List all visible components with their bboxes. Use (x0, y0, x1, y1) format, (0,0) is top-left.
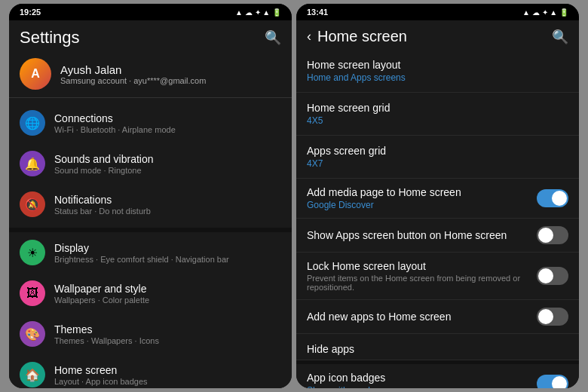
toggle-knob (538, 309, 553, 324)
home-settings-list: Home screen layout Home and Apps screens… (296, 50, 579, 388)
toggle-knob (552, 376, 567, 388)
settings-group-1: 🌐 Connections Wi-Fi · Bluetooth · Airpla… (9, 103, 292, 225)
add-new-apps-item[interactable]: Add new apps to Home screen (296, 300, 579, 334)
left-status-bar: 19:25 ▲ ☁ ✦ ▲ 🔋 (9, 4, 292, 20)
display-icon: ☀ (20, 240, 45, 265)
show-apps-text: Show Apps screen button on Home screen (307, 229, 537, 241)
toggle-knob (552, 191, 567, 206)
connections-icon: 🌐 (20, 110, 45, 136)
add-new-apps-text: Add new apps to Home screen (307, 311, 537, 323)
apps-screen-grid-item[interactable]: Apps screen grid 4X7 (296, 136, 579, 179)
settings-group-2: ☀ Display Brightness · Eye comfort shiel… (9, 232, 292, 388)
right-screen-title: Home screen (317, 28, 552, 45)
profile-name: Ayush Jalan (60, 63, 206, 76)
right-phone: 13:41 ▲ ☁ ✦ ▲ 🔋 ‹ Home screen 🔍 Home scr… (296, 4, 579, 388)
setting-connections[interactable]: 🌐 Connections Wi-Fi · Bluetooth · Airpla… (9, 103, 292, 143)
add-media-page-item[interactable]: Add media page to Home screen Google Dis… (296, 179, 579, 219)
themes-text: Themes Themes · Wallpapers · Icons (54, 323, 159, 345)
profile-account: Samsung account · ayu****@gmail.com (60, 76, 206, 85)
setting-display[interactable]: ☀ Display Brightness · Eye comfort shiel… (9, 232, 292, 273)
right-status-icons: ▲ ☁ ✦ ▲ 🔋 (522, 8, 568, 17)
app-icon-badges-item[interactable]: App icon badges Show with number (296, 364, 579, 388)
avatar: A (20, 58, 51, 90)
left-search-icon[interactable]: 🔍 (265, 29, 281, 46)
setting-notifications[interactable]: 🔕 Notifications Status bar · Do not dist… (9, 184, 292, 225)
phones-container: 19:25 ▲ ☁ ✦ ▲ 🔋 Settings 🔍 A Ayush Jalan… (9, 4, 579, 388)
notifications-text: Notifications Status bar · Do not distur… (54, 194, 151, 216)
sounds-text: Sounds and vibration Sound mode · Ringto… (54, 153, 154, 175)
left-header: Settings 🔍 (9, 20, 292, 52)
right-status-bar: 13:41 ▲ ☁ ✦ ▲ 🔋 (296, 4, 579, 20)
notifications-icon: 🔕 (20, 191, 45, 217)
app-icon-badges-text: App icon badges Show with number (307, 372, 537, 388)
left-phone: 19:25 ▲ ☁ ✦ ▲ 🔋 Settings 🔍 A Ayush Jalan… (9, 4, 292, 388)
lock-home-text: Lock Home screen layout Prevent items on… (307, 260, 537, 292)
left-screen-title: Settings (20, 28, 80, 47)
left-time: 19:25 (20, 8, 41, 17)
setting-themes[interactable]: 🎨 Themes Themes · Wallpapers · Icons (9, 314, 292, 354)
wallpaper-text: Wallpaper and style Wallpapers · Color p… (54, 283, 149, 305)
lock-home-screen-item[interactable]: Lock Home screen layout Prevent items on… (296, 253, 579, 300)
sounds-icon: 🔔 (20, 151, 45, 176)
wallpaper-icon: 🖼 (20, 280, 45, 306)
show-apps-button-item[interactable]: Show Apps screen button on Home screen (296, 219, 579, 253)
display-text: Display Brightness · Eye comfort shield … (54, 242, 229, 264)
toggle-knob (538, 228, 553, 243)
lock-home-toggle[interactable] (537, 267, 568, 285)
profile-section[interactable]: A Ayush Jalan Samsung account · ayu****@… (9, 52, 292, 98)
profile-info: Ayush Jalan Samsung account · ayu****@gm… (60, 63, 206, 85)
add-new-apps-toggle[interactable] (537, 308, 568, 326)
themes-icon: 🎨 (20, 321, 45, 347)
home-screen-grid-item[interactable]: Home screen grid 4X5 (296, 93, 579, 136)
left-status-icons: ▲ ☁ ✦ ▲ 🔋 (235, 8, 281, 17)
settings-list: 🌐 Connections Wi-Fi · Bluetooth · Airpla… (9, 103, 292, 388)
setting-home-screen[interactable]: 🏠 Home screen Layout · App icon badges (9, 354, 292, 388)
home-screen-text: Home screen Layout · App icon badges (54, 364, 148, 386)
connections-text: Connections Wi-Fi · Bluetooth · Airplane… (54, 112, 176, 134)
right-search-icon[interactable]: 🔍 (552, 29, 568, 45)
hide-apps-item[interactable]: Hide apps (296, 334, 579, 360)
home-screen-layout-item[interactable]: Home screen layout Home and Apps screens (296, 50, 579, 93)
add-media-text: Add media page to Home screen Google Dis… (307, 186, 537, 210)
add-media-toggle[interactable] (537, 189, 568, 207)
right-time: 13:41 (307, 8, 328, 17)
home-screen-icon: 🏠 (20, 362, 45, 387)
toggle-knob (538, 268, 553, 283)
back-button[interactable]: ‹ (307, 29, 311, 44)
app-icon-badges-toggle[interactable] (537, 375, 568, 388)
show-apps-toggle[interactable] (537, 226, 568, 244)
setting-wallpaper[interactable]: 🖼 Wallpaper and style Wallpapers · Color… (9, 273, 292, 314)
setting-sounds[interactable]: 🔔 Sounds and vibration Sound mode · Ring… (9, 143, 292, 184)
right-header: ‹ Home screen 🔍 (296, 20, 579, 50)
